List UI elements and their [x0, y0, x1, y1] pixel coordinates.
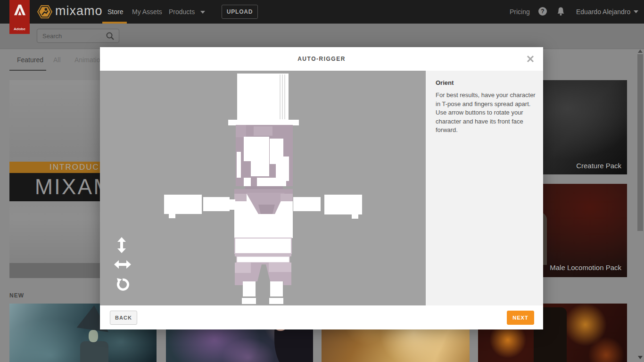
search-box [37, 29, 119, 43]
step-instructions: For best results, have your character in… [436, 91, 536, 135]
adobe-label: Adobe [9, 27, 30, 31]
adobe-logo-icon[interactable]: Adobe [9, 0, 30, 34]
nav-item-products[interactable]: Products [169, 8, 195, 16]
close-icon[interactable] [526, 55, 535, 63]
nav-item-pricing[interactable]: Pricing [510, 8, 530, 16]
bell-icon[interactable] [557, 7, 565, 18]
scrollbar-thumb[interactable] [637, 54, 643, 231]
brand-wordmark[interactable]: mixamo [55, 4, 103, 18]
instruction-panel: Orient For best results, have your chara… [426, 71, 543, 305]
character-preview [161, 72, 369, 305]
nav-item-store[interactable]: Store [107, 8, 123, 16]
mixamo-logo-icon[interactable] [37, 4, 52, 21]
user-menu[interactable]: Eduardo Alejandro [576, 8, 630, 16]
top-nav: mixamo Store My Assets Products UPLOAD P… [0, 0, 644, 24]
page: mixamo Store My Assets Products UPLOAD P… [0, 0, 644, 362]
section-new-heading: NEW [9, 292, 24, 299]
caret-down-icon [200, 11, 205, 14]
tab-featured[interactable]: Featured [17, 56, 43, 64]
witch-body-shape [80, 341, 108, 362]
scroll-up-icon[interactable] [638, 49, 643, 53]
help-icon[interactable]: ? [538, 7, 547, 16]
back-button[interactable]: BACK [110, 311, 137, 325]
rotate-ccw-icon[interactable] [115, 277, 130, 294]
move-horizontal-icon[interactable] [114, 259, 132, 272]
auto-rigger-modal: AUTO-RIGGER [100, 47, 543, 329]
search-input[interactable] [37, 29, 103, 42]
scroll-down-icon[interactable] [638, 356, 643, 359]
nav-item-my-assets[interactable]: My Assets [132, 8, 162, 16]
card-label: Creature Pack [576, 162, 621, 170]
caret-down-icon [634, 10, 638, 13]
next-button[interactable]: NEXT [507, 311, 534, 325]
move-vertical-icon[interactable] [116, 237, 127, 255]
modal-title: AUTO-RIGGER [100, 47, 543, 71]
card-label: Male Locomotion Pack [550, 263, 621, 272]
search-strip [0, 24, 644, 49]
step-heading: Orient [436, 79, 454, 86]
search-icon[interactable] [106, 32, 115, 41]
modal-footer: BACK NEXT [100, 305, 543, 329]
witch-face-shape [89, 330, 98, 342]
character-viewer[interactable] [100, 71, 426, 305]
upload-button[interactable]: UPLOAD [222, 5, 258, 19]
tab-all[interactable]: All [53, 56, 61, 64]
store-active-underline [102, 22, 127, 24]
